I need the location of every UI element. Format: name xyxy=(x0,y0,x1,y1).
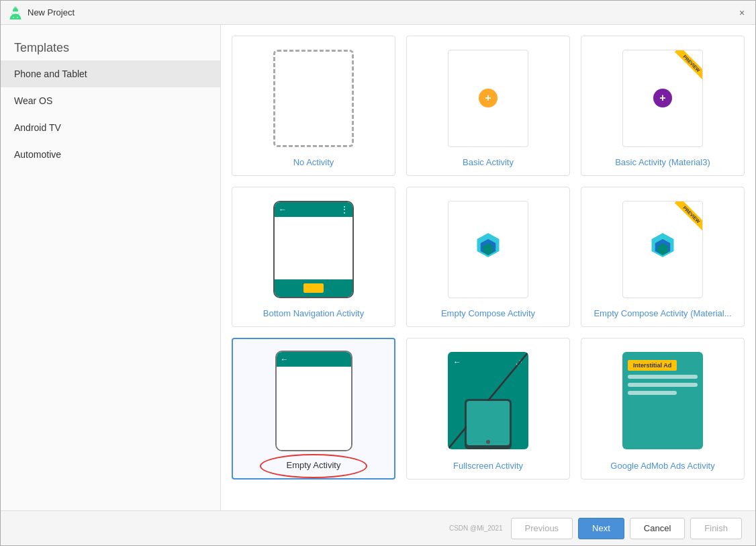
template-preview-no-activity xyxy=(267,44,361,152)
template-admob[interactable]: Interstitial Ad Google AdMob Ads Activit… xyxy=(581,338,745,480)
template-name-basic: Basic Activity xyxy=(463,157,514,167)
template-preview-fullscreen: ← ⤢ xyxy=(441,347,535,454)
fab-icon: + xyxy=(479,89,498,107)
footer: CSDN @Mi_2021 Previous Next Cancel Finis… xyxy=(1,510,755,545)
template-name-empty: Empty Activity xyxy=(287,460,341,470)
previous-button[interactable]: Previous xyxy=(511,518,573,539)
next-button[interactable]: Next xyxy=(578,518,624,539)
template-name-basic-m3: Basic Activity (Material3) xyxy=(615,157,710,167)
svg-point-11 xyxy=(486,440,490,444)
bottom-nav-body xyxy=(275,217,352,279)
preview-ribbon xyxy=(665,50,702,87)
compose-mockup xyxy=(448,201,528,298)
fab-purple-icon: + xyxy=(653,89,672,107)
sidebar-item-automotive[interactable]: Automotive xyxy=(1,141,220,168)
admob-line-3 xyxy=(628,391,677,395)
cancel-button[interactable]: Cancel xyxy=(630,518,685,539)
new-project-window: New Project × Templates Phone and Tablet… xyxy=(0,0,756,546)
watermark: CSDN @Mi_2021 xyxy=(449,525,503,532)
template-name-no-activity: No Activity xyxy=(293,157,334,167)
bottom-nav-mockup: ← ⋮ xyxy=(273,201,354,298)
title-bar-left: New Project xyxy=(9,6,75,19)
fullscreen-mockup: ← ⤢ xyxy=(448,352,528,449)
sidebar-item-wear-os[interactable]: Wear OS xyxy=(1,87,220,114)
back-arrow-icon: ← xyxy=(279,205,287,214)
template-name-bottom-nav: Bottom Navigation Activity xyxy=(263,308,364,318)
preview-ribbon-m3 xyxy=(665,201,702,238)
template-preview-bottom-nav: ← ⋮ xyxy=(267,195,361,303)
template-fullscreen[interactable]: ← ⤢ Fullscreen Activit xyxy=(406,338,570,480)
svg-point-0 xyxy=(13,10,14,11)
template-basic-m3[interactable]: + Basic Activity (Material3) xyxy=(581,36,745,176)
menu-dots-icon: ⋮ xyxy=(340,205,348,214)
template-no-activity[interactable]: No Activity xyxy=(232,36,395,176)
template-name-empty-compose: Empty Compose Activity xyxy=(441,308,535,318)
compose-logo-icon xyxy=(468,229,508,269)
nav-indicator xyxy=(303,283,324,293)
basic-activity-mockup: + xyxy=(448,50,528,147)
template-name-fullscreen: Fullscreen Activity xyxy=(453,461,523,471)
title-bar: New Project × xyxy=(1,1,755,25)
sidebar: Templates Phone and Tablet Wear OS Andro… xyxy=(1,25,221,510)
template-name-empty-compose-m3: Empty Compose Activity (Material... xyxy=(594,308,731,318)
svg-rect-10 xyxy=(467,401,510,445)
template-preview-empty-compose xyxy=(441,195,535,303)
template-preview-admob: Interstitial Ad xyxy=(616,347,710,454)
sidebar-heading: Templates xyxy=(1,30,220,60)
templates-grid: No Activity + Basic Activity xyxy=(232,36,745,490)
sidebar-item-phone-tablet[interactable]: Phone and Tablet xyxy=(1,60,220,87)
template-empty-activity[interactable]: ← Empty Activity xyxy=(232,338,395,480)
admob-mockup: Interstitial Ad xyxy=(622,352,703,449)
template-preview-basic-m3: + xyxy=(616,44,710,152)
template-name-admob: Google AdMob Ads Activity xyxy=(610,461,714,471)
empty-back-arrow-icon: ← xyxy=(281,355,289,364)
template-preview-empty-compose-m3 xyxy=(616,195,710,303)
template-basic-activity[interactable]: + Basic Activity xyxy=(406,36,570,176)
android-logo-icon xyxy=(9,6,22,19)
admob-line-1 xyxy=(628,375,698,379)
template-preview-empty: ← xyxy=(267,347,361,455)
template-preview-basic: + xyxy=(441,44,535,152)
finish-button[interactable]: Finish xyxy=(690,518,742,539)
template-empty-compose-m3[interactable]: Empty Compose Activity (Material... xyxy=(581,187,745,327)
admob-ad-badge: Interstitial Ad xyxy=(628,360,677,371)
fullscreen-diagonal-svg xyxy=(448,352,528,449)
content-area: No Activity + Basic Activity xyxy=(221,25,755,510)
no-activity-mockup xyxy=(273,50,354,147)
close-button[interactable]: × xyxy=(737,7,747,18)
sidebar-item-android-tv[interactable]: Android TV xyxy=(1,114,220,141)
empty-phone-mockup: ← xyxy=(275,351,352,451)
empty-phone-body xyxy=(277,367,351,450)
admob-line-2 xyxy=(628,383,698,387)
main-content: Templates Phone and Tablet Wear OS Andro… xyxy=(1,25,755,510)
material3-mockup: + xyxy=(622,50,703,147)
compose-m3-mockup xyxy=(622,201,703,298)
template-bottom-nav[interactable]: ← ⋮ Bottom Navigation Activity xyxy=(232,187,395,327)
window-title: New Project xyxy=(28,7,75,17)
empty-phone-header: ← xyxy=(277,352,351,367)
bottom-nav-bar xyxy=(275,279,352,297)
template-empty-compose[interactable]: Empty Compose Activity xyxy=(406,187,570,327)
bottom-nav-header: ← ⋮ xyxy=(275,202,352,217)
svg-point-1 xyxy=(17,10,17,11)
